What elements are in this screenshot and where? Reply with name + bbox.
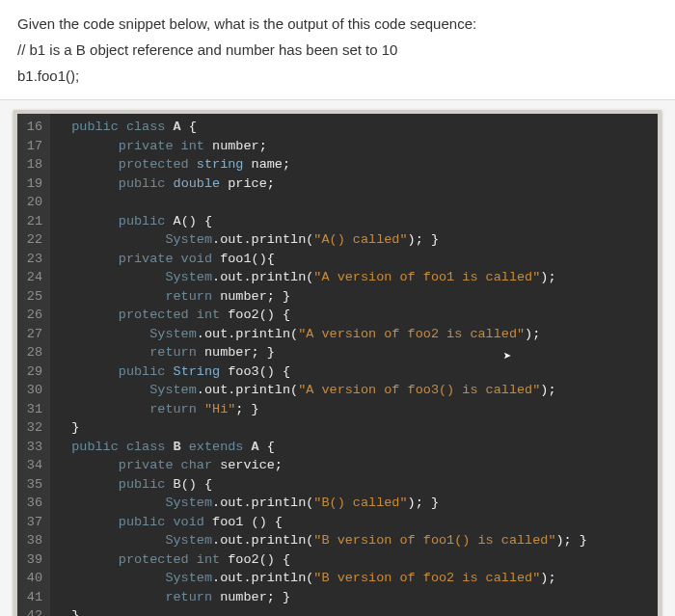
code-line: return "Hi"; } xyxy=(56,400,652,419)
question-comment: // b1 is a B object reference and number… xyxy=(17,41,658,58)
line-number: 20 xyxy=(23,193,42,212)
line-number: 16 xyxy=(23,118,42,137)
line-number: 26 xyxy=(23,306,42,325)
line-number: 31 xyxy=(23,400,42,419)
code-body: public class A { private int number; pro… xyxy=(50,114,658,616)
line-number: 41 xyxy=(23,588,42,607)
question-call: b1.foo1(); xyxy=(17,67,658,84)
line-number: 21 xyxy=(23,212,42,231)
line-number: 28 xyxy=(23,343,42,362)
line-number: 22 xyxy=(23,230,42,250)
code-line: public void foo1 () { xyxy=(56,513,652,532)
code-line: System.out.println("A() called"); } xyxy=(56,230,652,250)
line-number: 24 xyxy=(23,268,42,287)
code-line: public class A { xyxy=(56,118,652,137)
code-line: System.out.println("B version of foo2 is… xyxy=(56,569,652,588)
line-number: 33 xyxy=(23,438,42,457)
line-number: 37 xyxy=(23,513,42,532)
code-line: private int number; xyxy=(56,137,652,156)
code-line xyxy=(56,193,652,212)
code-line: protected string name; xyxy=(56,155,652,174)
line-number: 42 xyxy=(23,606,42,616)
line-number: 30 xyxy=(23,381,42,400)
code-line: public class B extends A { xyxy=(56,438,652,457)
code-line: private void foo1(){ xyxy=(56,250,652,269)
code-editor: 16 17 18 19 20 21 22 23 24 25 26 27 28 2… xyxy=(17,114,658,616)
code-line: protected int foo2() { xyxy=(56,550,652,570)
cursor-icon: ➤ xyxy=(503,347,511,366)
code-line: System.out.println("B() called"); } xyxy=(56,494,652,513)
code-line: return number; } xyxy=(56,287,652,307)
code-photo: 16 17 18 19 20 21 22 23 24 25 26 27 28 2… xyxy=(14,110,662,616)
line-number: 32 xyxy=(23,418,42,438)
code-line: System.out.println("A version of foo3() … xyxy=(56,381,652,400)
line-number: 40 xyxy=(23,569,42,588)
code-line: return number; } xyxy=(56,343,652,362)
question-area: Given the code snippet below, what is th… xyxy=(0,0,675,100)
code-line: System.out.println("B version of foo1() … xyxy=(56,531,652,550)
line-gutter: 16 17 18 19 20 21 22 23 24 25 26 27 28 2… xyxy=(17,114,50,616)
code-line: private char service; xyxy=(56,456,652,475)
line-number: 38 xyxy=(23,531,42,550)
code-line: public double price; xyxy=(56,174,652,194)
line-number: 17 xyxy=(23,137,42,156)
line-number: 27 xyxy=(23,325,42,344)
question-prompt: Given the code snippet below, what is th… xyxy=(17,15,658,32)
code-line: System.out.println("A version of foo2 is… xyxy=(56,325,652,344)
code-line: public A() { xyxy=(56,212,652,231)
code-line: protected int foo2() { xyxy=(56,306,652,325)
line-number: 29 xyxy=(23,362,42,382)
code-line: public B() { xyxy=(56,475,652,495)
line-number: 18 xyxy=(23,155,42,174)
line-number: 35 xyxy=(23,475,42,495)
line-number: 19 xyxy=(23,174,42,194)
line-number: 23 xyxy=(23,250,42,269)
line-number: 36 xyxy=(23,494,42,513)
line-number: 39 xyxy=(23,550,42,570)
code-line: public String foo3() { xyxy=(56,362,652,382)
code-line: } xyxy=(56,606,652,616)
line-number: 34 xyxy=(23,456,42,475)
code-line: return number; } xyxy=(56,588,652,607)
line-number: 25 xyxy=(23,287,42,307)
code-line: System.out.println("A version of foo1 is… xyxy=(56,268,652,287)
code-line: } xyxy=(56,418,652,438)
